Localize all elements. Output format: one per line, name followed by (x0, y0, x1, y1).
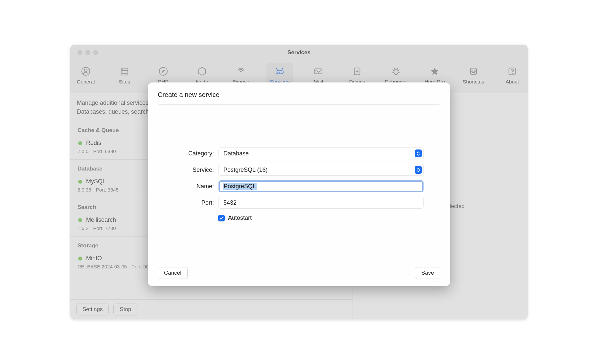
window-title: Services (70, 49, 528, 56)
service-version: 1.6.2 (78, 225, 88, 231)
status-dot-icon (78, 180, 82, 184)
service-select[interactable]: PostgreSQL (16) (218, 164, 424, 176)
tab-label: General (77, 79, 95, 85)
status-dot-icon (78, 257, 82, 261)
service-name: MinIO (86, 255, 102, 262)
port-label: Port: (174, 199, 214, 206)
status-dot-icon (78, 218, 82, 222)
left-footer: Settings Stop (70, 299, 353, 319)
category-row: Category: Database (174, 148, 424, 159)
name-label: Name: (174, 183, 214, 190)
service-port: Port: 3345 (96, 187, 119, 193)
svg-point-17 (512, 73, 513, 74)
sonar-icon (235, 66, 246, 77)
minimize-traffic-light[interactable] (85, 50, 90, 55)
modal-form: Category: Database Service: PostgreSQL (… (158, 104, 440, 261)
compass-icon (158, 66, 169, 77)
name-value: PostgreSQL (223, 183, 257, 190)
service-version: 8.0.36 (78, 187, 91, 193)
tab-label: Shortcuts (463, 79, 484, 85)
service-port: Port: 7700 (93, 225, 116, 231)
name-input[interactable]: PostgreSQL (218, 180, 424, 192)
server-icon (119, 66, 130, 77)
save-button[interactable]: Save (415, 267, 440, 279)
command-icon (468, 66, 479, 77)
user-circle-icon (80, 66, 91, 77)
category-value: Database (223, 150, 249, 157)
autostart-row: Autostart (218, 215, 424, 221)
svg-point-11 (279, 72, 280, 73)
service-name: Redis (86, 140, 101, 147)
cancel-button[interactable]: Cancel (158, 267, 188, 279)
autostart-label: Autostart (228, 215, 252, 221)
tab-about[interactable]: About (499, 63, 525, 93)
tab-general[interactable]: General (73, 63, 99, 93)
hexagon-icon (196, 66, 208, 77)
download-doc-icon (352, 66, 363, 77)
settings-button[interactable]: Settings (76, 304, 109, 315)
service-port: Port: 6380 (93, 148, 116, 154)
autostart-checkbox[interactable] (218, 215, 225, 221)
service-version: 7.0.0 (78, 148, 88, 154)
create-service-modal: Create a new service Category: Database … (148, 82, 450, 286)
titlebar: Services (70, 45, 528, 60)
tab-shortcuts[interactable]: Shortcuts (460, 63, 487, 93)
envelope-icon (313, 66, 324, 77)
select-stepper-icon[interactable] (415, 166, 422, 174)
bug-icon (390, 66, 402, 77)
service-version: RELEASE.2024-03-05 (78, 264, 127, 269)
router-icon (274, 66, 285, 77)
svg-rect-12 (315, 69, 322, 74)
svg-point-4 (122, 69, 123, 70)
tab-label: About (506, 79, 519, 85)
service-row: Service: PostgreSQL (16) (174, 164, 424, 176)
name-row: Name: PostgreSQL (174, 180, 424, 192)
category-label: Category: (174, 150, 214, 157)
app-window: Services GeneralSitesPHPNodeExposeServic… (70, 45, 528, 319)
svg-point-7 (159, 67, 167, 75)
select-stepper-icon[interactable] (415, 149, 422, 157)
service-label: Service: (174, 167, 214, 173)
service-name: Meilisearch (86, 216, 116, 223)
service-name: MySQL (86, 178, 106, 185)
svg-point-1 (84, 69, 87, 72)
close-traffic-light[interactable] (78, 50, 82, 55)
port-value: 5432 (223, 199, 237, 206)
star-icon (429, 66, 440, 77)
service-value: PostgreSQL (16) (223, 167, 267, 173)
svg-point-5 (122, 72, 123, 72)
svg-point-8 (240, 71, 242, 72)
port-input[interactable]: 5432 (218, 197, 424, 209)
modal-title: Create a new service (158, 91, 440, 99)
tab-sites[interactable]: Sites (111, 63, 138, 93)
svg-rect-6 (121, 74, 128, 75)
modal-footer: Cancel Save (158, 267, 440, 279)
help-icon (507, 66, 518, 77)
svg-point-10 (277, 72, 278, 73)
traffic-lights (70, 50, 98, 55)
category-select[interactable]: Database (218, 148, 424, 159)
port-row: Port: 5432 (174, 197, 424, 209)
status-dot-icon (78, 141, 82, 145)
tab-label: Sites (119, 79, 130, 85)
stop-button[interactable]: Stop (113, 304, 137, 315)
zoom-traffic-light[interactable] (93, 50, 98, 55)
